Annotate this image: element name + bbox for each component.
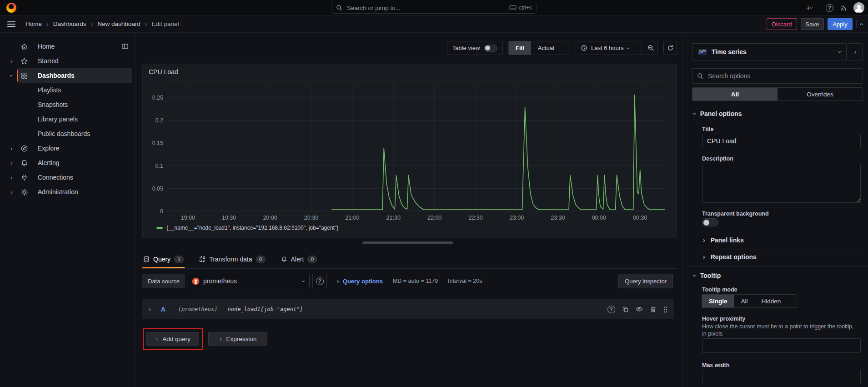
- duplicate-icon[interactable]: [622, 306, 629, 313]
- collapse-header-icon[interactable]: ›: [858, 23, 865, 25]
- sidebar-item-playlists[interactable]: Playlists: [0, 83, 135, 97]
- cpu-load-chart[interactable]: 00.050.10.150.20.2519:0019:3020:0020:302…: [145, 77, 672, 224]
- viz-suggestions-button[interactable]: ›: [848, 43, 863, 60]
- query-datasource-hint: (prometheus): [178, 306, 218, 312]
- user-menu-button[interactable]: [853, 2, 864, 13]
- panel-links-section[interactable]: › Panel links: [703, 236, 744, 244]
- options-search[interactable]: [692, 68, 863, 84]
- breadcrumb-item-new-dashboard[interactable]: New dashboard: [97, 20, 140, 27]
- datasource-picker[interactable]: prometheus ›: [187, 274, 310, 288]
- sidebar-item-label: Snapshots: [38, 101, 68, 108]
- dock-menu-icon[interactable]: [121, 43, 129, 50]
- sidebar-item-explore[interactable]: ›Explore: [0, 141, 135, 156]
- max-width-input[interactable]: [702, 370, 861, 384]
- title-label: Title: [702, 126, 713, 132]
- grafana-logo-icon[interactable]: [6, 3, 16, 13]
- help-button[interactable]: ?: [826, 4, 833, 12]
- chevron-right-icon[interactable]: ›: [4, 175, 20, 181]
- options-tabs: All Overrides: [692, 87, 863, 101]
- sidebar-item-dashboards[interactable]: ›Dashboards: [0, 68, 135, 83]
- query-options-toggle[interactable]: › Query options: [337, 278, 383, 285]
- menu-toggle-icon[interactable]: [7, 21, 15, 27]
- tooltip-mode-all[interactable]: All: [734, 295, 755, 307]
- repeat-options-section[interactable]: › Repeat options: [703, 253, 757, 261]
- add-query-button[interactable]: + Add query: [146, 332, 199, 346]
- eye-icon[interactable]: [636, 306, 643, 313]
- help-icon: ?: [826, 4, 833, 12]
- sidebar-item-snapshots[interactable]: Snapshots: [0, 97, 135, 112]
- chevron-right-icon[interactable]: ›: [4, 146, 20, 151]
- sidebar-item-public-dashboards[interactable]: Public dashboards: [0, 126, 135, 141]
- time-range-picker[interactable]: Last 6 hours ›: [576, 41, 642, 55]
- tooltip-mode-single[interactable]: Single: [702, 295, 734, 307]
- tab-query[interactable]: Query 1: [142, 250, 185, 268]
- sidebar-item-library-panels[interactable]: Library panels: [0, 112, 135, 126]
- horizontal-scrollbar[interactable]: [362, 241, 453, 244]
- chevron-right-icon: ›: [703, 237, 705, 243]
- news-button[interactable]: [840, 4, 847, 11]
- sidebar-item-label: Home: [38, 43, 55, 50]
- chevron-right-icon[interactable]: ›: [4, 160, 20, 166]
- tooltip-section[interactable]: › Tooltip: [693, 272, 721, 279]
- max-data-points-info: MD = auto = 1179: [393, 278, 438, 284]
- save-button[interactable]: Save: [801, 18, 824, 30]
- chart-legend[interactable]: {__name__="node_load1", instance="192.16…: [156, 225, 677, 231]
- hover-proximity-input[interactable]: [702, 338, 861, 353]
- svg-text:0.05: 0.05: [152, 186, 163, 192]
- query-inspector-button[interactable]: Query inspector: [618, 274, 673, 288]
- tab-transform-data[interactable]: Transform data 0: [198, 250, 266, 268]
- table-view-toggle[interactable]: [484, 45, 497, 52]
- pane-splitter[interactable]: [682, 33, 687, 387]
- svg-text:22:00: 22:00: [427, 215, 442, 221]
- sidebar-nav: Home›Starred›DashboardsPlaylistsSnapshot…: [0, 33, 135, 199]
- datasource-help-button[interactable]: ?: [312, 274, 327, 288]
- panel-options-section[interactable]: › Panel options: [693, 110, 742, 117]
- drag-handle-icon[interactable]: [663, 306, 667, 313]
- query-help-icon[interactable]: ?: [607, 306, 615, 313]
- search-input[interactable]: [346, 4, 506, 12]
- transparent-background-toggle[interactable]: [702, 218, 718, 226]
- breadcrumb-item-dashboards[interactable]: Dashboards: [53, 20, 86, 27]
- sidebar-item-connections[interactable]: ›Connections: [0, 170, 135, 185]
- breadcrumb-separator-icon: ›: [46, 20, 49, 28]
- sidebar-item-starred[interactable]: ›Starred: [0, 54, 135, 68]
- breadcrumb-item-edit-panel: Edit panel: [151, 20, 179, 27]
- clock-icon: [581, 45, 587, 51]
- visualization-picker[interactable]: Time series ›: [692, 43, 847, 60]
- apply-button[interactable]: Apply: [828, 18, 853, 30]
- query-row-a[interactable]: › A (prometheus) node_load1{job="agent"}…: [142, 299, 674, 319]
- expand-query-icon[interactable]: ›: [149, 306, 151, 312]
- legend-label: {__name__="node_load1", instance="192.16…: [166, 225, 338, 231]
- panel-description-input[interactable]: [702, 164, 861, 203]
- trash-icon[interactable]: [650, 306, 657, 313]
- sidebar-item-alerting[interactable]: ›Alerting: [0, 156, 135, 170]
- tooltip-mode-hidden[interactable]: Hidden: [755, 295, 788, 307]
- refresh-button[interactable]: [663, 41, 677, 55]
- tab-alert[interactable]: Alert 0: [280, 250, 318, 268]
- actual-option[interactable]: Actual: [531, 41, 561, 55]
- fill-option[interactable]: Fill: [509, 41, 531, 55]
- sidebar-item-label: Library panels: [38, 116, 78, 123]
- expression-button[interactable]: + Expression: [208, 332, 267, 346]
- svg-text:00:30: 00:30: [633, 215, 647, 221]
- chevron-down-icon[interactable]: ›: [9, 68, 15, 84]
- tab-all[interactable]: All: [692, 88, 778, 101]
- tab-overrides[interactable]: Overrides: [778, 88, 863, 101]
- options-search-input[interactable]: [707, 72, 858, 80]
- panel-title-input[interactable]: [702, 134, 861, 148]
- cpu-load-panel[interactable]: CPU Load 00.050.10.150.20.2519:0019:3020…: [142, 64, 677, 238]
- alert-count-badge: 0: [307, 256, 317, 263]
- add-menu-button[interactable]: + ›: [806, 4, 813, 12]
- star-icon: [20, 57, 29, 65]
- tooltip-mode-switch: Single All Hidden: [702, 294, 797, 308]
- global-search[interactable]: ctrl+k: [331, 2, 537, 14]
- breadcrumb-item-home[interactable]: Home: [25, 20, 42, 27]
- chevron-right-icon[interactable]: ›: [4, 189, 20, 195]
- sidebar-item-administration[interactable]: ›Administration: [0, 185, 135, 199]
- discard-button[interactable]: Discard: [767, 18, 797, 30]
- legend-marker: [156, 227, 163, 229]
- chevron-right-icon[interactable]: ›: [4, 58, 20, 64]
- grid-icon: [20, 72, 29, 80]
- zoom-out-button[interactable]: [644, 41, 657, 55]
- sidebar-item-home[interactable]: Home: [0, 39, 135, 54]
